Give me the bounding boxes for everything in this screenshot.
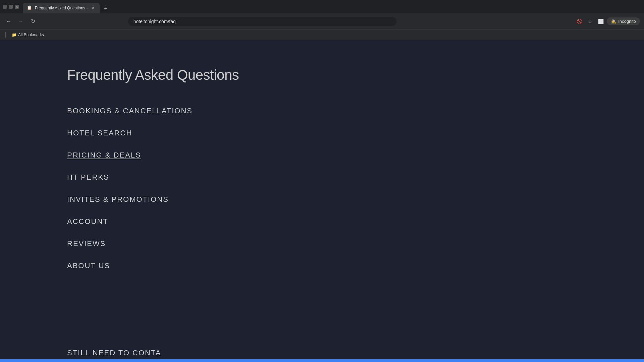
bottom-blue-accent xyxy=(0,359,644,362)
nav-icons-right: 🚫 ☆ ⬜ 🕵 Incognito xyxy=(575,17,640,26)
tablet-icon[interactable]: ⬜ xyxy=(596,17,605,26)
bookmarks-folder-icon: 📁 xyxy=(12,33,17,37)
category-hotel-search[interactable]: HOTEL SEARCH xyxy=(67,122,644,144)
camera-off-icon[interactable]: 🚫 xyxy=(575,17,584,26)
category-ht-perks[interactable]: HT PERKS xyxy=(67,166,644,188)
tab-close-button[interactable]: × xyxy=(90,5,96,11)
all-bookmarks-label: All Bookmarks xyxy=(18,33,44,37)
tab-favicon-icon: 📋 xyxy=(27,5,32,11)
page-title: Frequently Asked Questions xyxy=(67,67,644,83)
category-label: REVIEWS xyxy=(67,239,106,248)
maximize-button[interactable]: ◻ xyxy=(9,5,13,9)
url-text: hoteltonight.com/faq xyxy=(133,19,391,24)
category-bookings-cancellations[interactable]: BOOKINGS & CANCELLATIONS xyxy=(67,100,644,122)
category-about-us[interactable]: ABOUT US xyxy=(67,255,644,277)
navigation-bar: ← → ↻ hoteltonight.com/faq 🚫 ☆ ⬜ 🕵 Incog… xyxy=(0,13,644,29)
tab-bar: 📋 Frequently Asked Questions - × + xyxy=(23,0,641,13)
still-need-contact-text: STILL NEED TO CONTA xyxy=(67,349,161,357)
category-label: ACCOUNT xyxy=(67,217,108,226)
active-tab[interactable]: 📋 Frequently Asked Questions - × xyxy=(23,3,100,13)
tab-title: Frequently Asked Questions - xyxy=(35,6,88,10)
incognito-label: Incognito xyxy=(618,19,636,24)
category-label: BOOKINGS & CANCELLATIONS xyxy=(67,107,193,115)
category-pricing-deals[interactable]: PRICING & DEALS xyxy=(67,144,644,166)
page-content: Frequently Asked Questions BOOKINGS & CA… xyxy=(0,40,644,362)
bottom-bar xyxy=(0,359,644,362)
bookmark-star-icon[interactable]: ☆ xyxy=(585,17,595,26)
faq-categories-nav: BOOKINGS & CANCELLATIONS HOTEL SEARCH PR… xyxy=(67,100,644,277)
browser-chrome: — ◻ ✕ 📋 Frequently Asked Questions - × +… xyxy=(0,0,644,40)
category-label: HT PERKS xyxy=(67,173,109,181)
incognito-button[interactable]: 🕵 Incognito xyxy=(607,17,640,25)
refresh-button[interactable]: ↻ xyxy=(28,17,38,26)
back-button[interactable]: ← xyxy=(4,17,13,26)
title-bar: — ◻ ✕ 📋 Frequently Asked Questions - × + xyxy=(0,0,644,13)
category-account[interactable]: ACCOUNT xyxy=(67,210,644,233)
all-bookmarks-item[interactable]: 📁 All Bookmarks xyxy=(10,32,46,38)
category-label: HOTEL SEARCH xyxy=(67,129,132,137)
category-invites-promotions[interactable]: INVITES & PROMOTIONS xyxy=(67,188,644,210)
category-reviews[interactable]: REVIEWS xyxy=(67,233,644,255)
close-window-button[interactable]: ✕ xyxy=(15,5,19,9)
incognito-hat-icon: 🕵 xyxy=(611,19,616,24)
minimize-button[interactable]: — xyxy=(3,5,7,9)
new-tab-button[interactable]: + xyxy=(101,4,110,13)
address-bar[interactable]: hoteltonight.com/faq xyxy=(128,17,396,26)
forward-button[interactable]: → xyxy=(16,17,25,26)
category-label: PRICING & DEALS xyxy=(67,151,141,159)
bookmark-separator xyxy=(5,32,6,38)
bookmarks-bar: 📁 All Bookmarks xyxy=(0,29,644,40)
window-controls: — ◻ ✕ xyxy=(3,5,19,9)
category-label: ABOUT US xyxy=(67,261,110,270)
category-label: INVITES & PROMOTIONS xyxy=(67,195,169,203)
